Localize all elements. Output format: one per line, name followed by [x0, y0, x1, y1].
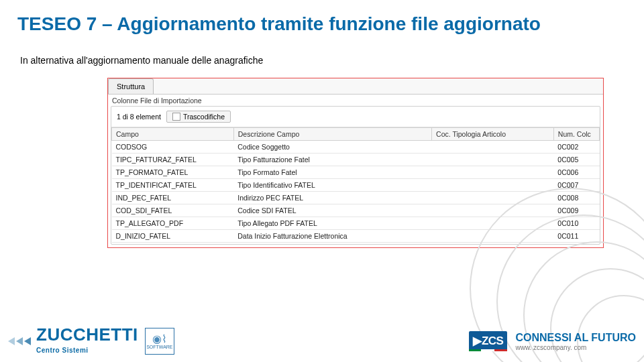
page-title: TESEO 7 – Aggiornamento tramite funzione…	[0, 0, 644, 55]
cell-descrizione: Tipo Allegato PDF FATEL	[233, 217, 431, 230]
fieldset-box: 1 di 8 element Trascodifiche Campo Descr…	[111, 106, 600, 245]
tab-struttura[interactable]: Struttura	[108, 78, 154, 94]
trascodifiche-button[interactable]: Trascodifiche	[166, 111, 231, 123]
table-row[interactable]: TP_FORMATO_FATELTipo Formato Fatel0C006	[112, 166, 600, 179]
table-header-row: Campo Descrizione Campo Coc. Tipologia A…	[112, 128, 600, 141]
software-badge: ◉⌇ SOFTWARE	[145, 328, 174, 355]
cell-descrizione: Tipo Formato Fatel	[233, 166, 431, 179]
cell-num: 0C002	[553, 141, 599, 154]
trascodifiche-label: Trascodifiche	[183, 113, 225, 121]
cell-descrizione: Codice Soggetto	[233, 141, 431, 154]
cell-campo: D_INIZIO_FATEL	[112, 230, 234, 243]
subtitle-text: In alternativa all'aggiornamento manuale…	[0, 55, 644, 78]
table-row[interactable]: TIPC_FATTURAZ_FATELTipo Fatturazione Fat…	[112, 154, 600, 166]
cell-num: 0C011	[553, 230, 599, 243]
col-num-header[interactable]: Num. Colc	[553, 128, 599, 141]
zcs-logo: ▶ZCS	[469, 331, 507, 351]
table-row[interactable]: CODSOGCodice Soggetto0C002	[112, 141, 600, 154]
cell-descrizione: Codice SDI FATEL	[233, 204, 431, 217]
table-row[interactable]: IND_PEC_FATELIndirizzo PEC FATEL0C008	[112, 192, 600, 204]
cell-campo: TIPC_FATTURAZ_FATEL	[112, 154, 234, 166]
table-row[interactable]: COD_SDI_FATELCodice SDI FATEL0C009	[112, 204, 600, 217]
col-descrizione-header[interactable]: Descrizione Campo	[233, 128, 431, 141]
brand-name: ZUCCHETTI	[36, 327, 138, 343]
footer: ZUCCHETTI Centro Sistemi ◉⌇ SOFTWARE ▶ZC…	[0, 320, 644, 362]
table-row[interactable]: D_INIZIO_FATELData Inizio Fatturazione E…	[112, 230, 600, 243]
cell-tipologia	[432, 141, 554, 154]
col-campo-header[interactable]: Campo	[112, 128, 234, 141]
tab-label: Struttura	[117, 82, 145, 90]
cell-tipologia	[432, 166, 554, 179]
cell-descrizione: Tipo Identificativo FATEL	[233, 179, 431, 192]
cell-descrizione: Tipo Fatturazione Fatel	[233, 154, 431, 166]
toolbar: 1 di 8 element Trascodifiche	[111, 107, 600, 127]
cell-num: 0C010	[553, 217, 599, 230]
cell-tipologia	[432, 179, 554, 192]
cell-num: 0C006	[553, 166, 599, 179]
cell-campo: COD_SDI_FATEL	[112, 204, 234, 217]
chevron-icon	[8, 337, 31, 345]
company-url: www. zcscompany. com	[515, 344, 636, 351]
fieldset-label: Colonne File di Importazione	[108, 95, 603, 105]
brand-sub: Centro Sistemi	[36, 347, 89, 354]
document-icon	[172, 113, 180, 121]
columns-table: Campo Descrizione Campo Coc. Tipologia A…	[111, 127, 600, 243]
cell-campo: TP_FORMATO_FATEL	[112, 166, 234, 179]
cell-campo: TP_IDENTIFICAT_FATEL	[112, 179, 234, 192]
tab-strip: Struttura	[108, 78, 603, 95]
cell-campo: CODSOG	[112, 141, 234, 154]
cell-num: 0C007	[553, 179, 599, 192]
record-counter: 1 di 8 element	[117, 113, 161, 121]
slogan-text: CONNESSI AL FUTURO	[515, 332, 636, 343]
cell-num: 0C008	[553, 192, 599, 204]
cell-num: 0C009	[553, 204, 599, 217]
cell-tipologia	[432, 217, 554, 230]
cell-tipologia	[432, 192, 554, 204]
import-panel: Struttura Colonne File di Importazione 1…	[107, 78, 604, 248]
zucchetti-logo: ZUCCHETTI Centro Sistemi	[36, 327, 138, 355]
cell-campo: IND_PEC_FATEL	[112, 192, 234, 204]
cell-num: 0C005	[553, 154, 599, 166]
cell-tipologia	[432, 230, 554, 243]
cell-tipologia	[432, 204, 554, 217]
cell-descrizione: Indirizzo PEC FATEL	[233, 192, 431, 204]
cell-campo: TP_ALLEGATO_PDF	[112, 217, 234, 230]
cell-descrizione: Data Inizio Fatturazione Elettronica	[233, 230, 431, 243]
table-row[interactable]: TP_IDENTIFICAT_FATELTipo Identificativo …	[112, 179, 600, 192]
wifi-icon: ◉⌇	[152, 334, 167, 345]
col-tipologia-header[interactable]: Coc. Tipologia Articolo	[432, 128, 554, 141]
table-row[interactable]: TP_ALLEGATO_PDFTipo Allegato PDF FATEL0C…	[112, 217, 600, 230]
cell-tipologia	[432, 154, 554, 166]
software-label: SOFTWARE	[146, 345, 172, 349]
slogan-block: CONNESSI AL FUTURO www. zcscompany. com	[515, 332, 636, 351]
